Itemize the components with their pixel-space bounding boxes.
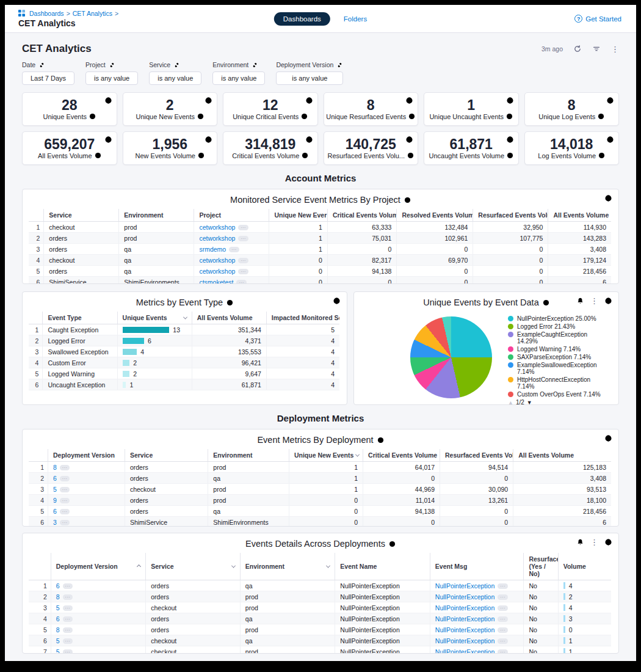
globe-icon[interactable]: [104, 97, 112, 104]
globe-icon[interactable]: [405, 97, 413, 104]
globe-icon[interactable]: [104, 136, 112, 144]
globe-icon[interactable]: [305, 97, 313, 104]
col-resurfaced[interactable]: Resurfaced Events Volume: [440, 449, 513, 462]
deployment-version-link[interactable]: 6: [56, 615, 60, 623]
ellipsis-icon[interactable]: ···: [238, 269, 248, 274]
ellipsis-icon[interactable]: ···: [60, 509, 70, 514]
col-all[interactable]: All Events Volume: [548, 209, 611, 222]
ellipsis-icon[interactable]: ···: [63, 627, 73, 633]
ellipsis-icon[interactable]: ···: [498, 594, 508, 600]
legend-item[interactable]: ExampleSwallowedException 7.14%: [508, 362, 612, 375]
col-event-msg[interactable]: Event Msg: [430, 553, 524, 580]
col-impacted[interactable]: Impacted Monitored Services: [266, 312, 339, 324]
ellipsis-icon[interactable]: ···: [498, 649, 508, 654]
project-link[interactable]: cetworkshop: [199, 224, 235, 231]
col-event-type[interactable]: Event Type: [43, 312, 117, 324]
ellipsis-icon[interactable]: ···: [63, 616, 73, 622]
globe-icon[interactable]: [604, 194, 612, 202]
event-msg-link[interactable]: NullPointerException: [435, 604, 494, 612]
project-link[interactable]: ctsmoketest: [199, 279, 233, 285]
legend-item[interactable]: ExampleCaughtException 14.29%: [508, 331, 612, 345]
globe-icon[interactable]: [606, 136, 614, 144]
event-msg-link[interactable]: NullPointerException: [435, 626, 494, 634]
legend-item[interactable]: NullPointerException 25.00%: [508, 315, 612, 322]
event-msg-link[interactable]: NullPointerException: [435, 582, 494, 590]
tab-dashboards[interactable]: Dashboards: [274, 12, 330, 26]
legend-item[interactable]: Logged Error 21.43%: [508, 323, 612, 330]
col-resurfaced[interactable]: Resurfaced Events Volume: [473, 209, 548, 222]
globe-icon[interactable]: [606, 97, 614, 104]
info-icon[interactable]: [197, 113, 204, 120]
ellipsis-icon[interactable]: ···: [236, 280, 247, 285]
info-icon[interactable]: [408, 113, 415, 120]
info-icon[interactable]: [198, 152, 205, 159]
ellipsis-icon[interactable]: ···: [238, 225, 248, 230]
deployment-version-link[interactable]: 6: [56, 582, 60, 590]
breadcrumb-link[interactable]: CET Analytics: [73, 10, 112, 17]
ellipsis-icon[interactable]: ···: [498, 583, 508, 589]
unique-events-bar[interactable]: [123, 349, 137, 355]
ellipsis-icon[interactable]: ···: [63, 649, 73, 654]
globe-icon[interactable]: [305, 136, 313, 144]
event-msg-link[interactable]: NullPointerException: [435, 615, 494, 623]
col-service[interactable]: Service: [125, 449, 208, 462]
deployment-version-link[interactable]: 9: [53, 497, 57, 504]
col-environment[interactable]: Environment: [119, 209, 194, 222]
globe-icon[interactable]: [205, 97, 212, 104]
unique-events-bar[interactable]: [123, 360, 130, 366]
info-icon[interactable]: [506, 113, 513, 120]
ellipsis-icon[interactable]: ···: [498, 638, 508, 644]
alert-bell-icon[interactable]: [576, 297, 584, 305]
ellipsis-icon[interactable]: ···: [60, 520, 70, 525]
col-all-volume[interactable]: All Events Volume: [192, 312, 266, 324]
project-link[interactable]: srmdemo: [199, 246, 226, 253]
event-msg-link[interactable]: NullPointerException: [435, 648, 494, 654]
info-icon[interactable]: [598, 113, 604, 120]
col-resolved[interactable]: Resolved Events Volume: [397, 209, 473, 222]
globe-icon[interactable]: [205, 136, 212, 144]
info-icon[interactable]: [302, 152, 308, 159]
deployment-version-link[interactable]: 8: [56, 593, 60, 601]
refresh-icon[interactable]: [573, 45, 582, 53]
project-link[interactable]: cetworkshop: [199, 257, 235, 264]
ellipsis-icon[interactable]: ···: [498, 627, 508, 633]
ellipsis-icon[interactable]: ···: [63, 583, 73, 589]
ellipsis-icon[interactable]: ···: [229, 247, 239, 252]
info-icon[interactable]: [95, 152, 101, 159]
info-icon[interactable]: [377, 437, 384, 444]
col-service[interactable]: Service: [44, 209, 119, 222]
col-deployment-version[interactable]: Deployment Version: [51, 553, 146, 580]
filter-value-chip[interactable]: is any value: [276, 71, 343, 85]
info-icon[interactable]: [543, 299, 549, 306]
unique-events-bar[interactable]: [123, 382, 126, 388]
col-resurfaced[interactable]: Resurfaced(Yes / No): [524, 553, 558, 580]
info-icon[interactable]: [507, 152, 513, 159]
ellipsis-icon[interactable]: ···: [238, 258, 248, 263]
globe-icon[interactable]: [506, 136, 514, 144]
filter-icon[interactable]: [592, 45, 601, 53]
info-icon[interactable]: [407, 152, 414, 159]
col-deployment-version[interactable]: Deployment Version: [48, 449, 125, 462]
deployment-version-link[interactable]: 5: [56, 637, 60, 645]
deployment-version-link[interactable]: 5: [53, 486, 57, 493]
globe-icon[interactable]: [405, 136, 413, 144]
ellipsis-icon[interactable]: ···: [63, 605, 73, 611]
globe-icon[interactable]: [604, 297, 612, 305]
filter-value-chip[interactable]: is any value: [149, 71, 201, 85]
col-environment[interactable]: Environment: [208, 449, 289, 462]
deployment-version-link[interactable]: 5: [56, 604, 60, 612]
unique-events-bar[interactable]: [123, 338, 144, 344]
legend-page-down-icon[interactable]: ▼: [527, 400, 532, 406]
col-all[interactable]: All Events Volume: [513, 449, 611, 462]
info-icon[interactable]: [226, 299, 233, 306]
breadcrumb-link[interactable]: Dashboards: [29, 10, 64, 17]
info-icon[interactable]: [404, 197, 411, 203]
legend-item[interactable]: Custom OverOps Event 7.14%: [508, 391, 612, 398]
ellipsis-icon[interactable]: ···: [63, 638, 73, 644]
more-menu-icon[interactable]: ⋮: [611, 45, 619, 53]
globe-icon[interactable]: [506, 97, 514, 104]
info-icon[interactable]: [598, 152, 605, 159]
more-menu-icon[interactable]: ⋮: [590, 297, 598, 305]
col-unique-new[interactable]: Unique New Ever: [269, 209, 327, 222]
deployment-version-link[interactable]: 6: [53, 508, 57, 515]
